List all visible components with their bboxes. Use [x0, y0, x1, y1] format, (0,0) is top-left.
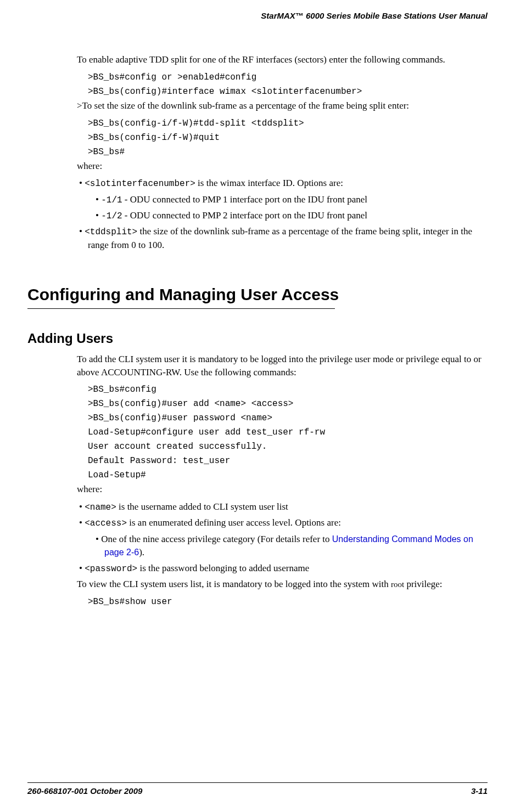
bullet-item-nested: • One of the nine access privilege categ… — [27, 533, 488, 560]
heading-rule — [27, 308, 335, 309]
code-line: Load-Setup#configure user add test_user … — [27, 426, 488, 439]
paragraph: where: — [27, 483, 488, 496]
code-line: >BS_bs(config)#user password <name> — [27, 411, 488, 425]
page-footer: 260-668107-001 October 2009 3-11 — [27, 782, 488, 796]
code-line: Load-Setup# — [27, 469, 488, 482]
bullet-item: • <name> is the username added to CLI sy… — [27, 500, 488, 514]
footer-left: 260-668107-001 October 2009 — [27, 786, 142, 796]
code-inline: <name> — [85, 503, 116, 512]
paragraph: To enable adaptive TDD split for one of … — [27, 53, 488, 66]
bullet-item: • <slotinterfacenumber> is the wimax int… — [27, 177, 488, 190]
code-line: >BS_bs(config-i/f-W)#quit — [27, 131, 488, 144]
bullet-item-nested: • -1/1 - ODU connected to PMP 1 interfac… — [27, 193, 488, 207]
bullet-item-nested: • -1/2 - ODU connected to PMP 2 interfac… — [27, 209, 488, 223]
paragraph: >To set the size of the downlink sub-fra… — [27, 99, 488, 112]
bullet-item: • <tddsplit> the size of the downlink su… — [27, 225, 488, 252]
page-header: StarMAX™ 6000 Series Mobile Base Station… — [27, 11, 488, 20]
text: To view the CLI system users list, it is… — [77, 579, 391, 589]
paragraph: where: — [27, 160, 488, 173]
code-inline: <password> — [85, 564, 137, 574]
code-line: >BS_bs#config or >enabled#config — [27, 71, 488, 84]
code-line: >BS_bs(config)#user add <name> <access> — [27, 397, 488, 410]
text: ). — [139, 547, 144, 557]
paragraph: To add the CLI system user it is mandato… — [27, 353, 488, 379]
heading-2: Adding Users — [27, 331, 488, 346]
code-line: >BS_bs(config-i/f-W)#tdd-split <tddsplit… — [27, 117, 488, 130]
text: the size of the downlink sub-frame as a … — [88, 226, 472, 250]
text: is the wimax interface ID. Options are: — [195, 178, 343, 188]
text: One of the nine access privilege categor… — [101, 534, 332, 544]
bullet-item: • <password> is the password belonging t… — [27, 562, 488, 576]
footer-page-number: 3-11 — [471, 786, 488, 796]
code-inline: -1/2 — [101, 211, 122, 221]
text: is an enumerated defining user access le… — [127, 517, 341, 528]
code-line: >BS_bs# — [27, 145, 488, 159]
paragraph: To view the CLI system users list, it is… — [27, 578, 488, 591]
code-line: >BS_bs(config)#interface wimax <slotinte… — [27, 85, 488, 98]
code-inline: <access> — [85, 518, 127, 528]
text: - ODU connected to PMP 2 interface port … — [122, 210, 367, 221]
text: is the password belonging to added usern… — [137, 563, 309, 573]
code-line: >BS_bs#config — [27, 383, 488, 396]
code-inline: -1/1 — [101, 195, 122, 205]
code-line: >BS_bs#show user — [27, 595, 488, 608]
text: is the username added to CLI system user… — [116, 501, 288, 512]
text: - ODU connected to PMP 1 interface port … — [122, 194, 367, 205]
code-inline: <tddsplit> — [85, 227, 137, 237]
text: privilege: — [404, 579, 442, 589]
code-inline: root — [391, 580, 404, 589]
heading-1: Configuring and Managing User Access — [27, 285, 488, 304]
code-line: User account created successfully. — [27, 440, 488, 453]
code-line: Default Password: test_user — [27, 454, 488, 467]
code-inline: <slotinterfacenumber> — [85, 179, 195, 189]
bullet-item: • <access> is an enumerated defining use… — [27, 516, 488, 530]
